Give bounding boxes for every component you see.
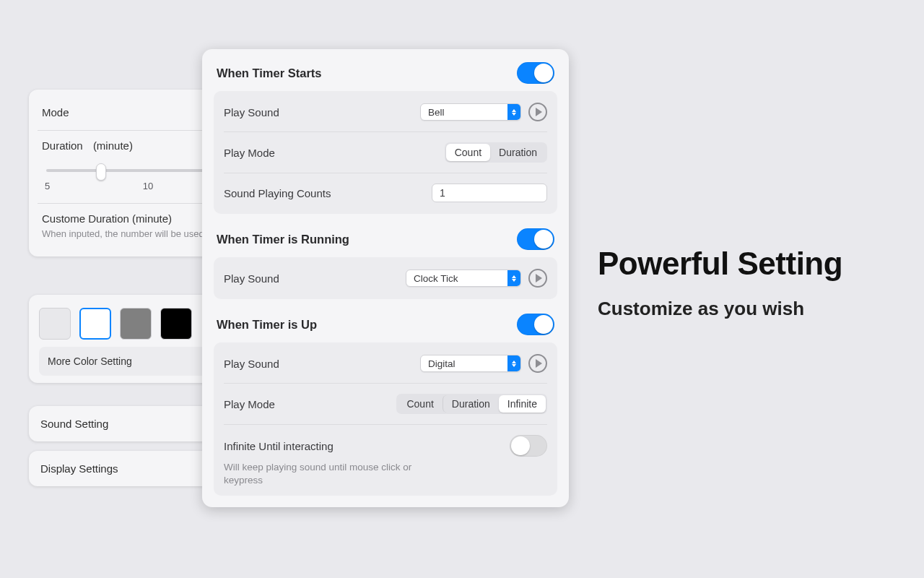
marketing-headline: Powerful Setting [598, 246, 908, 282]
slider-thumb[interactable] [96, 163, 106, 181]
section-title: When Timer is Up [217, 318, 317, 332]
starts-sound-select[interactable]: Bell [420, 103, 521, 121]
running-play-sound-row: Play Sound Clock Tick [224, 259, 547, 298]
more-color-label: More Color Setting [48, 355, 132, 367]
toggle-knob [511, 436, 530, 455]
select-stepper-icon [507, 104, 520, 120]
section-title: When Timer is Running [217, 233, 349, 246]
seg-item-infinite[interactable]: Infinite [499, 395, 546, 413]
color-swatch[interactable] [39, 308, 71, 340]
play-mode-label: Play Mode [224, 147, 275, 159]
sound-settings-panel: When Timer Starts Play Sound Bell Play M… [202, 49, 569, 507]
select-value: Bell [428, 107, 507, 118]
play-sound-label: Play Sound [224, 272, 279, 285]
section-header-up: When Timer is Up [212, 309, 559, 342]
color-swatch[interactable] [120, 308, 152, 340]
color-swatch[interactable] [160, 308, 192, 340]
counts-value: 1 [440, 187, 445, 199]
seg-item-duration[interactable]: Duration [490, 144, 546, 161]
seg-item-duration[interactable]: Duration [443, 395, 499, 413]
play-sound-label: Play Sound [224, 106, 279, 118]
up-toggle[interactable] [517, 314, 554, 335]
select-value: Digital [428, 358, 507, 369]
tick-label: 10 [143, 181, 153, 191]
play-mode-label: Play Mode [224, 398, 275, 410]
up-play-sound-row: Play Sound Digital [224, 344, 547, 383]
starts-play-mode-row: Play Mode Count Duration [224, 131, 547, 173]
infinite-until-toggle[interactable] [510, 435, 547, 457]
select-stepper-icon [507, 355, 520, 371]
duration-label: Duration [42, 139, 83, 152]
mode-label: Mode [42, 106, 69, 118]
section-title: When Timer Starts [217, 66, 321, 80]
starts-play-sound-row: Play Sound Bell [224, 92, 547, 131]
toggle-knob [534, 64, 553, 82]
section-body-starts: Play Sound Bell Play Mode Count Duration… [214, 91, 557, 214]
starts-counts-row: Sound Playing Counts 1 [224, 173, 547, 212]
section-body-running: Play Sound Clock Tick [214, 257, 557, 299]
section-body-up: Play Sound Digital Play Mode Count Durat… [214, 342, 557, 496]
up-play-preview-button[interactable] [528, 354, 547, 373]
play-icon [536, 274, 542, 282]
up-play-mode-row: Play Mode Count Duration Infinite [224, 383, 547, 424]
select-stepper-icon [507, 270, 520, 286]
starts-play-preview-button[interactable] [528, 103, 547, 121]
up-infinite-row: Infinite Until interacting Will keep pla… [224, 424, 547, 494]
duration-unit: (minute) [93, 139, 133, 152]
up-sound-select[interactable]: Digital [420, 355, 521, 372]
sound-playing-counts-label: Sound Playing Counts [224, 187, 331, 199]
running-play-preview-button[interactable] [528, 269, 547, 288]
infinite-until-label: Infinite Until interacting [224, 440, 334, 452]
marketing-copy: Powerful Setting Customize as you wish [598, 246, 908, 320]
play-icon [536, 108, 542, 116]
marketing-subhead: Customize as you wish [598, 298, 908, 320]
seg-item-count[interactable]: Count [398, 395, 442, 413]
starts-toggle[interactable] [517, 62, 554, 84]
toggle-knob [534, 230, 553, 249]
color-swatch[interactable] [79, 308, 111, 340]
section-header-running: When Timer is Running [212, 224, 559, 257]
starts-play-mode-segmented[interactable]: Count Duration [445, 142, 547, 163]
tick-label: 5 [45, 181, 50, 191]
play-icon [536, 359, 542, 368]
seg-item-count[interactable]: Count [446, 144, 490, 161]
starts-counts-input[interactable]: 1 [432, 184, 547, 202]
infinite-until-help: Will keep playing sound until mouse clic… [224, 461, 440, 487]
running-sound-select[interactable]: Clock Tick [406, 269, 521, 287]
running-toggle[interactable] [517, 228, 554, 250]
play-sound-label: Play Sound [224, 358, 279, 370]
select-value: Clock Tick [414, 273, 507, 284]
up-play-mode-segmented[interactable]: Count Duration Infinite [396, 394, 547, 414]
section-header-starts: When Timer Starts [212, 58, 559, 91]
toggle-knob [534, 315, 553, 334]
